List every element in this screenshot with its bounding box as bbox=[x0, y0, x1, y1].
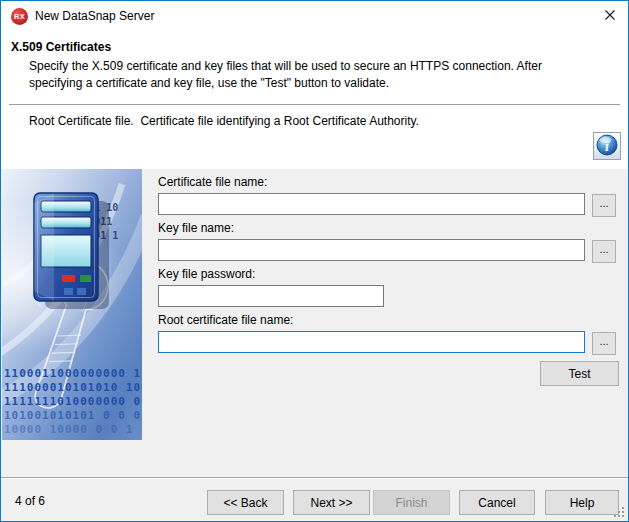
title-bar: RX New DataSnap Server bbox=[1, 1, 628, 32]
key-file-password-label: Key file password: bbox=[158, 267, 255, 281]
key-file-label: Key file name: bbox=[158, 221, 234, 235]
finish-button[interactable]: Finish bbox=[373, 490, 450, 515]
wizard-header: X.509 Certificates Specify the X.509 cer… bbox=[1, 32, 628, 169]
svg-text:i: i bbox=[605, 139, 609, 154]
certificate-file-label: Certificate file name: bbox=[158, 175, 267, 189]
root-certificate-file-input[interactable] bbox=[158, 331, 585, 353]
close-icon bbox=[604, 9, 616, 24]
info-icon: i bbox=[596, 134, 618, 159]
root-certificate-file-label: Root certificate file name: bbox=[158, 313, 293, 327]
binary-text-bottom: 1100011000000000 1110 111000010101010 10… bbox=[4, 367, 142, 437]
server-icon bbox=[28, 189, 118, 319]
test-button[interactable]: Test bbox=[540, 361, 619, 386]
key-file-browse-button[interactable]: ... bbox=[592, 240, 616, 263]
wizard-window: RX New DataSnap Server X.509 Certificate… bbox=[0, 0, 629, 522]
app-icon: RX bbox=[11, 8, 28, 25]
info-button[interactable]: i bbox=[593, 132, 621, 160]
page-description: Specify the X.509 certificate and key fi… bbox=[29, 58, 542, 92]
header-divider bbox=[9, 104, 620, 105]
page-title: X.509 Certificates bbox=[11, 40, 111, 54]
page-description-line1: Specify the X.509 certificate and key fi… bbox=[29, 58, 542, 75]
footer-bar: 4 of 6 << Back Next >> Finish Cancel Hel… bbox=[1, 477, 628, 521]
key-file-input[interactable] bbox=[158, 239, 585, 261]
window-title: New DataSnap Server bbox=[35, 1, 154, 32]
page-indicator: 4 of 6 bbox=[15, 494, 45, 508]
wizard-body: 000000011 10 10101000011 0000000001 1 11… bbox=[1, 169, 628, 478]
next-button[interactable]: Next >> bbox=[293, 490, 370, 515]
page-description-line2: specifying a certificate and key file, u… bbox=[29, 75, 542, 92]
back-button[interactable]: << Back bbox=[207, 490, 284, 515]
resize-grip[interactable] bbox=[613, 506, 625, 518]
help-button[interactable]: Help bbox=[545, 490, 619, 515]
wizard-side-image: 000000011 10 10101000011 0000000001 1 11… bbox=[2, 169, 142, 440]
key-file-password-input[interactable] bbox=[158, 285, 384, 307]
cancel-button[interactable]: Cancel bbox=[459, 490, 535, 515]
context-help-text: Root Certificate file. Certificate file … bbox=[29, 114, 419, 128]
close-button[interactable] bbox=[592, 1, 628, 31]
certificate-file-browse-button[interactable]: ... bbox=[592, 194, 616, 217]
root-certificate-browse-button[interactable]: ... bbox=[592, 332, 616, 355]
certificate-file-input[interactable] bbox=[158, 193, 585, 215]
